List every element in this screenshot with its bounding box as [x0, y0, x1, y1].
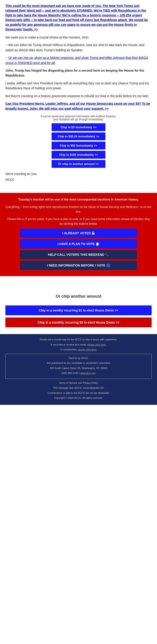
unsubscribe-link[interactable]: please click here.: [78, 348, 97, 351]
headline-text: This could be the most important ask we …: [5, 4, 148, 31]
plan-to-vote-btn[interactable]: I HAVE A PLAN TO VOTE 📋: [20, 240, 137, 248]
footer-legal-box: Paid for by DCCC Not authorized by any c…: [5, 354, 152, 379]
footer-line1: Emails are a crucial way for the DCCC to…: [5, 338, 152, 342]
footer-copyright: Copyright © 2024 DCCC. All rights reserv…: [5, 396, 152, 400]
headline-link[interactable]: This could be the most important ask we …: [5, 4, 152, 32]
footer-terms: Terms of Service and Privacy Policy: [5, 381, 152, 385]
or-chip-section: Or chip another amount: [0, 294, 157, 299]
spacer: [0, 280, 157, 290]
less-email-link[interactable]: please click here.: [87, 343, 106, 346]
donate-btn-other[interactable]: Or chip in another amount >>: [52, 160, 105, 168]
paragraph-6: But they're counting on a historic grass…: [5, 94, 152, 98]
paragraph-2: -- We can either let Trump shovel millio…: [5, 42, 152, 52]
footer: Emails are a crucial way for the DCCC to…: [0, 334, 157, 405]
donate-btn-2024[interactable]: Chip in $20.24 immediately >>: [52, 132, 105, 140]
help-call-btn[interactable]: HELP CALL VOTERS THIS WEEKEND 📞: [20, 250, 137, 259]
red-p2: Everything -- from voting rights and rep…: [5, 205, 152, 214]
actblue-note: If you've saved your payment information…: [5, 115, 152, 121]
red-section: Tuesday's election will be one of the mo…: [0, 193, 157, 276]
paragraph-3: -- Or we can rise up, drum up a historic…: [5, 55, 152, 65]
weekly-recurring-btn[interactable]: Chip in a weekly recurring $1 to elect H…: [5, 306, 152, 315]
already-voted-btn[interactable]: I ALREADY VOTED 🗳: [20, 229, 137, 238]
paragraph-4: John, Trump has hinged his disgusting pl…: [5, 68, 152, 78]
donate-btn-50[interactable]: Chip in $50 immediately >>: [52, 142, 105, 150]
monthly-recurring-btn[interactable]: Chip in a monthly recurring $5 to elect …: [5, 318, 152, 327]
footer-less-email: If you'd like to receive less email, ple…: [5, 343, 152, 346]
p3-link[interactable]: Or we can rise up, drum up a historic re…: [5, 56, 148, 64]
or-chip-label: Or chip another amount: [5, 294, 152, 299]
outro-line1: We're counting on you,: [5, 172, 152, 176]
footer-paid-by: Paid for by DCCC: [8, 356, 149, 360]
footer-address: 430 South Capitol Street SE, Washington,…: [8, 366, 149, 370]
red-p1: Tuesday's election will be one of the mo…: [5, 197, 152, 202]
footer-sent-to: This message was sent to: xxxxxx@gmail.c…: [5, 386, 152, 390]
red-p3: Please tell us if you've voted, if you h…: [5, 217, 152, 226]
actblue-section: If you've saved your payment information…: [5, 115, 152, 168]
footer-unsubscribe: To unsubscribe, please click here.: [5, 348, 152, 352]
paragraph-5: Leader Jeffries and Vice President Harri…: [5, 81, 152, 91]
bottom-donate-section: Chip in a weekly recurring $1 to elect H…: [0, 301, 157, 334]
outro-line2: DCCC: [5, 177, 152, 182]
footer-not-authorized: Not authorized by any candidate or candi…: [8, 361, 149, 365]
main-content: This could be the most important ask we …: [0, 0, 157, 188]
cta-link[interactable]: Can Vice President Harris, Leader Jeffri…: [5, 101, 152, 111]
need-info-btn[interactable]: I NEED INFORMATION BEFORE I VOTE 🌐: [20, 261, 137, 270]
footer-phone: (202) 863-1500 | www.dccc.org: [8, 371, 149, 375]
paragraph-1: We need you to make a crucial choice at …: [5, 35, 152, 40]
donate-btn-100[interactable]: Chip in $100 immediately >>: [52, 151, 105, 159]
footer-contributions: Contributions or gifts to the DCCC are n…: [5, 391, 152, 395]
donate-btn-3[interactable]: Chip in $3 immediately >>: [52, 123, 105, 131]
footer-website-link[interactable]: www.dccc.org: [80, 372, 96, 374]
